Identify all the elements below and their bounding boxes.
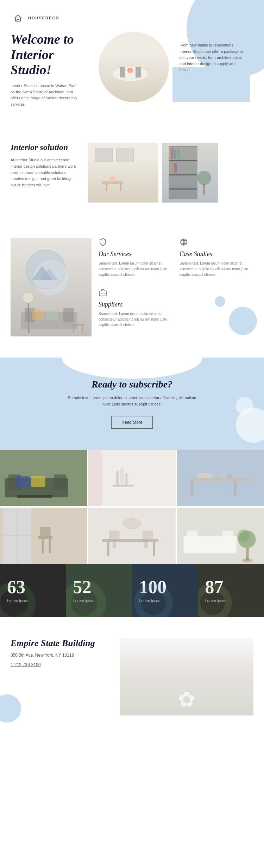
subscribe-title: Ready to subscribe? — [11, 379, 253, 390]
svg-rect-58 — [190, 482, 193, 496]
svg-rect-84 — [222, 531, 233, 548]
svg-rect-34 — [32, 310, 44, 320]
svg-rect-80 — [144, 539, 148, 548]
svg-rect-69 — [49, 539, 51, 553]
svg-rect-52 — [116, 471, 119, 485]
svg-rect-17 — [169, 188, 197, 190]
svg-rect-8 — [116, 148, 134, 162]
svg-rect-19 — [174, 150, 176, 159]
interior-solution-images — [88, 143, 253, 203]
interior-solution-description: At Interior Studio our architect and int… — [11, 157, 77, 188]
svg-rect-51 — [88, 450, 102, 506]
interior-solution-left: Interior solution At Interior Studio our… — [11, 143, 77, 188]
service-title-services: Our Services — [99, 250, 172, 258]
svg-rect-7 — [95, 148, 113, 162]
logo-icon — [11, 11, 25, 25]
svg-point-90 — [14, 610, 36, 617]
subscribe-circle-medium — [236, 397, 253, 415]
svg-rect-57 — [187, 478, 250, 482]
hero-right-description: From new builds to renovations, Interior… — [180, 42, 246, 73]
hero-title: Welcome to Interior Studio! — [11, 32, 88, 78]
interior-solution-title: Interior solution — [11, 143, 77, 152]
svg-rect-22 — [174, 163, 177, 173]
gallery-cell-6 — [177, 508, 264, 564]
service-title-suppliers: Suppliers — [99, 301, 172, 308]
svg-rect-75 — [107, 542, 109, 556]
svg-rect-4 — [136, 67, 141, 78]
hero-left: Welcome to Interior Studio! Interior Stu… — [11, 32, 88, 107]
stat-item-1: 52 Lorem ipsum — [66, 564, 132, 617]
stat-item-0: 63 Lorem ipsum — [0, 564, 66, 617]
svg-point-92 — [138, 587, 169, 617]
svg-rect-54 — [125, 473, 128, 485]
gallery-cell-1 — [0, 450, 87, 506]
svg-rect-16 — [169, 174, 197, 175]
service-item-services: Our Services Sample text. Lorem ipsum do… — [99, 238, 172, 278]
service-item-case-studies: Case Studies Sample text. Lorem ipsum do… — [180, 238, 253, 278]
globe-icon — [180, 238, 189, 248]
contact-title: Empire State Building — [11, 638, 109, 649]
gallery-cell-4 — [0, 508, 87, 564]
svg-rect-20 — [177, 149, 180, 159]
hero-image-area — [95, 32, 172, 102]
services-section: Our Services Sample text. Lorem ipsum do… — [0, 224, 264, 358]
service-item-suppliers: Suppliers Sample text. Lorem ipsum dolor… — [99, 288, 172, 328]
gallery-cell-3 — [177, 450, 264, 506]
contact-circle-blue — [0, 694, 21, 723]
svg-rect-76 — [153, 542, 155, 556]
service-text-suppliers: Sample text. Lorem ipsum dolor sit amet,… — [99, 311, 172, 328]
svg-point-13 — [108, 178, 113, 183]
services-decorative-circle-large — [229, 307, 257, 335]
svg-point-91 — [66, 585, 101, 617]
services-content: Our Services Sample text. Lorem ipsum do… — [99, 238, 253, 328]
subscribe-section: Ready to subscribe? Sample text. Lorem i… — [0, 358, 264, 450]
svg-point-23 — [197, 171, 211, 185]
subscribe-description: Sample text. Lorem ipsum dolor sit amet,… — [65, 395, 199, 407]
read-more-button[interactable]: Read More — [111, 416, 152, 429]
gallery-cell-2 — [88, 450, 175, 506]
stat-item-2: 100 Lorem ipsum — [132, 564, 198, 617]
svg-rect-68 — [42, 539, 44, 553]
svg-rect-36 — [72, 324, 84, 326]
svg-rect-3 — [120, 67, 125, 78]
svg-point-29 — [23, 292, 33, 303]
svg-rect-55 — [113, 485, 134, 486]
svg-rect-1 — [17, 19, 19, 21]
svg-rect-74 — [102, 539, 158, 542]
hero-content: Welcome to Interior Studio! Interior Stu… — [11, 32, 253, 107]
logo-text: HOUSEDECO — [28, 16, 59, 20]
svg-rect-78 — [113, 539, 116, 548]
service-title-case-studies: Case Studies — [180, 250, 253, 258]
briefcase-icon — [99, 288, 108, 298]
svg-point-6 — [127, 68, 130, 71]
svg-rect-83 — [187, 531, 197, 548]
flower-image — [120, 638, 253, 715]
svg-rect-24 — [203, 184, 205, 195]
svg-rect-67 — [38, 536, 52, 539]
contact-address: 350 5th Ave, New York, NY 10118 — [11, 652, 109, 658]
svg-rect-11 — [120, 184, 121, 191]
svg-rect-49 — [17, 495, 52, 498]
svg-rect-21 — [171, 162, 173, 173]
dining-room-img — [99, 32, 169, 102]
interior-image-1 — [88, 143, 158, 203]
contact-phone[interactable]: 1-212-736-3100 — [11, 662, 40, 667]
svg-rect-59 — [233, 482, 236, 496]
stats-section: 63 Lorem ipsum 52 Lorem ipsum 100 Lorem … — [0, 564, 264, 617]
hero-circle-image — [99, 32, 169, 102]
svg-point-86 — [237, 529, 250, 542]
contact-left: Empire State Building 350 5th Ave, New Y… — [11, 638, 109, 668]
shield-icon — [99, 238, 108, 248]
stat-item-3: 87 Lorem ipsum — [198, 564, 264, 617]
contact-right-image — [120, 638, 253, 715]
svg-point-93 — [198, 587, 228, 617]
svg-rect-10 — [106, 184, 107, 191]
service-text-case-studies: Sample text. Lorem ipsum dolor sit amet,… — [180, 261, 253, 278]
hero-section: HOUSEDECO Welcome to Interior Studio! In… — [0, 0, 264, 122]
svg-point-62 — [226, 473, 232, 479]
hero-description: Interior Studio is based in Wairau Park … — [11, 83, 81, 107]
svg-point-88 — [242, 558, 252, 563]
svg-rect-38 — [82, 326, 83, 333]
svg-rect-79 — [143, 531, 153, 539]
hero-right: From new builds to renovations, Interior… — [180, 32, 253, 73]
